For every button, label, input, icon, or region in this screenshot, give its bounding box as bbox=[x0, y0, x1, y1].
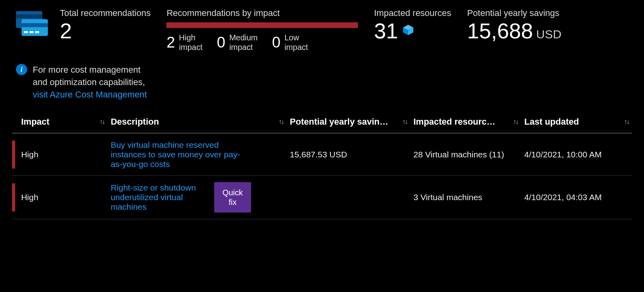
low-impact-count: 0 bbox=[272, 34, 281, 51]
table-row[interactable]: High Buy virtual machine reserved instan… bbox=[12, 133, 632, 176]
quick-fix-button[interactable]: Quickfix bbox=[214, 182, 251, 213]
header-impact-label: Impact bbox=[21, 117, 49, 127]
header-updated[interactable]: Last updated↑↓ bbox=[521, 113, 632, 133]
sort-icon: ↑↓ bbox=[279, 118, 283, 125]
cell-updated: 4/10/2021, 04:03 AM bbox=[521, 176, 632, 219]
header-impact[interactable]: Impact↑↓ bbox=[18, 113, 107, 133]
cell-savings bbox=[286, 176, 410, 219]
header-savings[interactable]: Potential yearly savin…↑↓ bbox=[286, 113, 410, 133]
cell-updated: 4/10/2021, 10:00 AM bbox=[521, 133, 632, 176]
total-recommendations-block: Total recommendations 2 bbox=[12, 8, 150, 42]
potential-savings-value: 15,688 bbox=[467, 20, 533, 42]
sort-icon: ↑↓ bbox=[624, 118, 629, 125]
info-text-line2: and optimization capabilities, bbox=[33, 77, 145, 87]
info-banner: i For more cost management and optimizat… bbox=[16, 64, 632, 101]
header-savings-label: Potential yearly savin… bbox=[290, 117, 388, 127]
impacted-resources-label: Impacted resources bbox=[374, 8, 451, 18]
recommendations-by-impact-block: Recommendations by impact 2 Highimpact 0… bbox=[166, 8, 358, 52]
impact-label: Recommendations by impact bbox=[166, 8, 358, 18]
medium-impact-item: 0 Mediumimpact bbox=[217, 33, 258, 52]
potential-savings-currency: USD bbox=[536, 28, 561, 41]
potential-savings-label: Potential yearly savings bbox=[467, 8, 562, 18]
info-text-line1: For more cost management bbox=[33, 65, 140, 75]
svg-rect-3 bbox=[22, 23, 48, 27]
sort-icon: ↑↓ bbox=[402, 118, 407, 125]
header-description[interactable]: Description↑↓ bbox=[107, 113, 286, 133]
cell-resources: 3 Virtual machines bbox=[413, 193, 518, 202]
total-recommendations-label: Total recommendations bbox=[60, 8, 150, 18]
low-impact-label: Lowimpact bbox=[284, 33, 308, 52]
impact-marker bbox=[12, 183, 15, 211]
svg-rect-5 bbox=[30, 31, 34, 33]
svg-rect-6 bbox=[35, 31, 39, 33]
impact-bar bbox=[166, 22, 358, 28]
impacted-resources-value: 31 bbox=[374, 20, 398, 42]
svg-rect-1 bbox=[16, 14, 42, 18]
cost-management-link[interactable]: visit Azure Cost Management bbox=[33, 89, 147, 99]
medium-impact-count: 0 bbox=[217, 34, 225, 51]
header-resources[interactable]: Impacted resourc…↑↓ bbox=[410, 113, 521, 133]
sort-icon: ↑↓ bbox=[513, 118, 518, 125]
recommendation-link[interactable]: Right-size or shutdown underutilized vir… bbox=[111, 183, 206, 212]
medium-impact-label: Mediumimpact bbox=[229, 33, 258, 52]
header-resources-label: Impacted resourc… bbox=[413, 117, 495, 127]
impacted-resources-block: Impacted resources 31 bbox=[374, 8, 451, 42]
recommendation-link[interactable]: Buy virtual machine reserved instances t… bbox=[111, 140, 246, 169]
credit-cards-icon bbox=[12, 8, 52, 42]
high-impact-count: 2 bbox=[166, 34, 175, 51]
header-updated-label: Last updated bbox=[524, 117, 579, 127]
svg-rect-4 bbox=[24, 31, 28, 33]
svg-rect-2 bbox=[22, 19, 48, 36]
total-recommendations-value: 2 bbox=[60, 20, 150, 42]
high-impact-label: Highimpact bbox=[179, 33, 203, 52]
header-description-label: Description bbox=[111, 117, 159, 127]
high-impact-item: 2 Highimpact bbox=[166, 33, 202, 52]
cell-resources: 28 Virtual machines (11) bbox=[413, 150, 518, 159]
recommendations-table: Impact↑↓ Description↑↓ Potential yearly … bbox=[12, 113, 632, 219]
cell-savings: 15,687.53 USD bbox=[286, 133, 410, 176]
cell-impact: High bbox=[18, 133, 107, 176]
table-row[interactable]: High Right-size or shutdown underutilize… bbox=[12, 176, 632, 219]
info-icon: i bbox=[16, 64, 27, 75]
potential-savings-block: Potential yearly savings 15,688 USD bbox=[467, 8, 562, 42]
sort-icon: ↑↓ bbox=[99, 118, 104, 125]
impact-marker bbox=[12, 141, 15, 169]
cell-impact: High bbox=[18, 176, 107, 219]
cube-icon bbox=[402, 24, 414, 36]
low-impact-item: 0 Lowimpact bbox=[272, 33, 308, 52]
summary-row: Total recommendations 2 Recommendations … bbox=[12, 8, 632, 52]
